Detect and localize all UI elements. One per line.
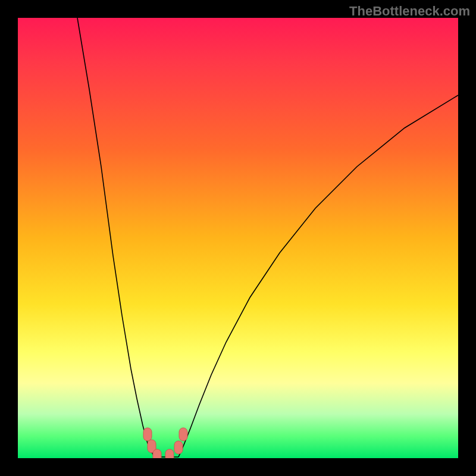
curve-right [178,95,458,457]
data-marker [153,449,161,458]
data-marker [143,428,152,441]
chart-container: TheBottleneck.com [0,0,476,476]
data-marker [174,441,183,454]
markers-group [143,428,187,458]
data-marker [179,428,187,441]
watermark-label: TheBottleneck.com [349,4,470,19]
plot-area [18,18,458,458]
data-marker [165,449,174,458]
chart-svg [18,18,458,458]
curve-left [77,18,155,457]
